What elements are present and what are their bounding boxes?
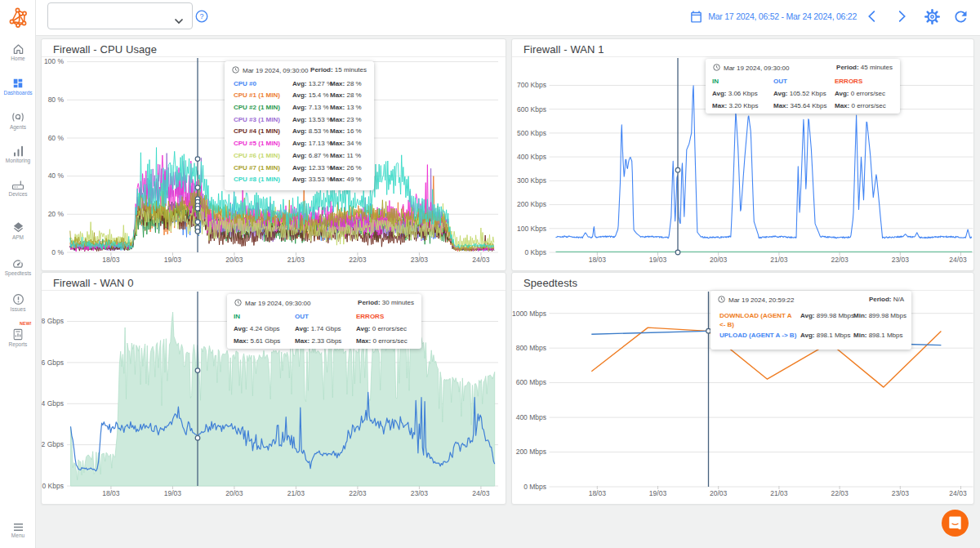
svg-text:400 Kbps: 400 Kbps (517, 153, 546, 161)
svg-text:19/03: 19/03 (164, 256, 182, 264)
svg-text:1000 Mbps: 1000 Mbps (512, 310, 546, 318)
svg-text:23/03: 23/03 (411, 489, 429, 497)
svg-text:22/03: 22/03 (349, 489, 367, 497)
svg-text:0 Kbps: 0 Kbps (525, 248, 546, 256)
svg-text:18/03: 18/03 (589, 489, 607, 497)
svg-text:18/03: 18/03 (102, 489, 120, 497)
svg-text:?: ? (199, 12, 203, 20)
svg-text:19/03: 19/03 (649, 256, 667, 264)
svg-text:19/03: 19/03 (164, 489, 182, 497)
svg-text:300 Kbps: 300 Kbps (517, 176, 546, 185)
svg-text:18/03: 18/03 (102, 256, 120, 264)
svg-text:8 Gbps: 8 Gbps (42, 317, 64, 325)
svg-text:80 %: 80 % (48, 96, 65, 104)
svg-text:20 %: 20 % (48, 210, 65, 218)
svg-text:21/03: 21/03 (287, 256, 305, 264)
svg-text:500 Kbps: 500 Kbps (517, 129, 546, 137)
svg-text:24/03: 24/03 (472, 256, 490, 264)
svg-text:600 Mbps: 600 Mbps (516, 378, 546, 386)
svg-text:23/03: 23/03 (892, 489, 910, 497)
svg-text:800 Mbps: 800 Mbps (516, 344, 546, 352)
svg-text:24/03: 24/03 (949, 256, 967, 264)
svg-text:21/03: 21/03 (287, 489, 305, 497)
svg-text:700 Kbps: 700 Kbps (517, 81, 546, 89)
svg-text:24/03: 24/03 (472, 489, 490, 497)
svg-text:2 Gbps: 2 Gbps (42, 440, 64, 448)
svg-text:100 %: 100 % (44, 57, 65, 65)
svg-text:60 %: 60 % (48, 134, 65, 142)
svg-text:20/03: 20/03 (225, 489, 243, 497)
svg-text:21/03: 21/03 (770, 256, 788, 264)
svg-text:600 Kbps: 600 Kbps (517, 105, 546, 114)
svg-text:200 Kbps: 200 Kbps (517, 200, 546, 208)
svg-text:23/03: 23/03 (411, 256, 429, 264)
svg-text:4 Gbps: 4 Gbps (42, 399, 64, 408)
svg-text:19/03: 19/03 (649, 489, 667, 497)
svg-text:200 Mbps: 200 Mbps (516, 448, 546, 456)
svg-text:23/03: 23/03 (892, 256, 910, 264)
svg-text:21/03: 21/03 (770, 489, 788, 497)
svg-text:0 Kbps: 0 Kbps (42, 482, 64, 490)
svg-text:40 %: 40 % (48, 172, 65, 180)
svg-text:6 Gbps: 6 Gbps (42, 359, 64, 367)
svg-text:22/03: 22/03 (831, 256, 849, 264)
svg-text:0 %: 0 % (51, 248, 64, 256)
svg-text:18/03: 18/03 (589, 256, 607, 264)
svg-text:20/03: 20/03 (225, 256, 243, 264)
svg-text:100 Kbps: 100 Kbps (517, 225, 546, 233)
svg-text:0 Mbps: 0 Mbps (523, 483, 546, 491)
svg-text:20/03: 20/03 (710, 256, 728, 264)
svg-text:20/03: 20/03 (710, 489, 728, 497)
svg-text:400 Mbps: 400 Mbps (516, 413, 546, 421)
svg-text:24/03: 24/03 (949, 489, 967, 497)
svg-text:22/03: 22/03 (349, 256, 367, 264)
svg-text:22/03: 22/03 (831, 489, 849, 497)
